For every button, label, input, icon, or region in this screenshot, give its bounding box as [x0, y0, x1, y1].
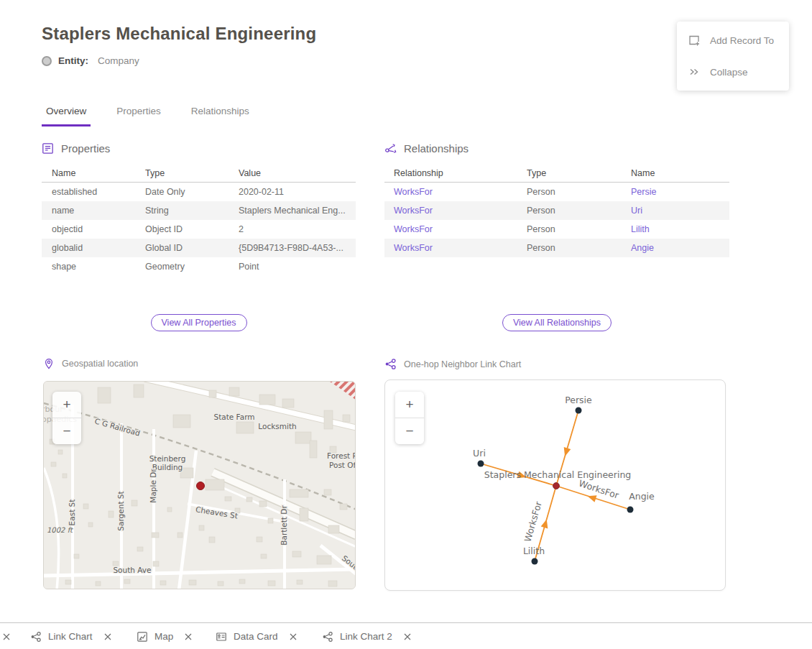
tab-label: Link Chart 2 [340, 631, 392, 642]
close-icon[interactable] [103, 632, 112, 641]
table-row[interactable]: shape Geometry Point [42, 257, 356, 276]
col-header: Name [52, 168, 145, 178]
tab-overview[interactable]: Overview [42, 103, 91, 126]
map-zoom-out-button[interactable]: − [52, 418, 81, 444]
cell-name: established [52, 187, 145, 197]
cell-type: Date Only [145, 187, 239, 197]
cell-name: shape [52, 262, 145, 272]
table-row[interactable]: WorksFor Person Persie [384, 183, 729, 201]
node-label: Uri [473, 448, 486, 459]
chart-zoom-out-button[interactable]: − [395, 418, 424, 444]
table-row[interactable]: WorksFor Person Lilith [384, 220, 729, 239]
cell-value: 2 [239, 224, 356, 234]
node-angie[interactable] [627, 507, 634, 513]
node-label: Angie [629, 491, 655, 502]
menu-item-add-record-to[interactable]: Add Record To [677, 24, 789, 56]
map-zoom-control: + − [52, 392, 81, 444]
center-node-label: Staplers Mechanical Engineering [484, 469, 632, 480]
menu-item-collapse[interactable]: Collapse [677, 56, 789, 88]
cell-value: {5D9B4713-F98D-4A53-... [239, 243, 356, 253]
tab-properties[interactable]: Properties [112, 103, 165, 126]
node-persie[interactable] [576, 408, 582, 414]
table-row[interactable]: WorksFor Person Uri [384, 201, 729, 220]
cell-value: Point [239, 262, 356, 272]
view-tab-map[interactable]: Map [137, 623, 193, 649]
link-chart-icon [322, 631, 333, 643]
cell-name: name [52, 206, 145, 216]
relationship-link[interactable]: WorksFor [394, 206, 527, 216]
double-chevron-right-icon [688, 65, 701, 78]
relationships-table: Relationship Type Name WorksFor Person P… [384, 164, 729, 257]
properties-title: Properties [61, 142, 110, 155]
entity-link[interactable]: Persie [631, 187, 729, 197]
geospatial-section-header: Geospatial location [43, 358, 138, 369]
node-uri[interactable] [478, 461, 484, 467]
entity-location-marker[interactable] [197, 482, 205, 490]
table-row[interactable]: name String Staplers Mechanical Eng... [42, 201, 356, 220]
node-label: Persie [565, 395, 592, 405]
entity-row: Entity: Company [42, 55, 139, 66]
entity-color-dot [42, 56, 52, 66]
table-row[interactable]: WorksFor Person Angie [384, 239, 729, 257]
close-icon[interactable] [289, 632, 297, 641]
map-label: Forest Par [327, 451, 356, 460]
cell-type: Person [527, 224, 631, 234]
table-row[interactable]: established Date Only 2020-02-11 [42, 183, 356, 201]
col-header: Relationship [394, 168, 527, 178]
view-tab-data-card[interactable]: Data Card [216, 623, 297, 649]
map-zoom-in-button[interactable]: + [52, 392, 81, 418]
detail-tabs: Overview Properties Relationships [42, 103, 254, 126]
relationship-link[interactable]: WorksFor [394, 243, 527, 253]
linkchart-section-header: One-hop Neighbor Link Chart [384, 358, 521, 370]
cell-type: Global ID [145, 243, 239, 253]
table-row[interactable]: globalid Global ID {5D9B4713-F98D-4A53-.… [42, 239, 356, 257]
geospatial-map[interactable]: State Farm Locksmith Steinberg Building … [43, 381, 356, 589]
link-chart-icon [30, 631, 42, 643]
close-icon[interactable] [184, 632, 193, 641]
relationship-link[interactable]: WorksFor [394, 224, 527, 234]
add-record-icon [688, 34, 701, 47]
relationships-panel: Relationships Relationship Type Name Wor… [384, 142, 729, 257]
cell-name: objectid [52, 224, 145, 234]
cell-type: Geometry [145, 262, 239, 272]
cell-value: Staplers Mechanical Eng... [239, 206, 356, 216]
entity-link[interactable]: Angie [631, 243, 729, 253]
geospatial-title: Geospatial location [62, 359, 138, 369]
close-icon[interactable] [403, 632, 412, 641]
map-label: Bartlett Dr [280, 505, 288, 546]
node-center[interactable] [553, 483, 560, 489]
map-label: Sargent St [116, 491, 125, 530]
map-label: State Farm [213, 413, 254, 421]
entity-type: Company [98, 55, 139, 66]
truncated-tab-close[interactable] [0, 623, 11, 649]
entity-label: Entity: [58, 55, 88, 66]
one-hop-link-chart[interactable]: WorksFor WorksFor Persie Uri Angie Lilit… [384, 379, 726, 591]
map-icon [137, 631, 148, 643]
view-all-properties-button[interactable]: View All Properties [151, 314, 247, 331]
view-tab-link-chart-2[interactable]: Link Chart 2 [322, 623, 412, 649]
relationships-table-header: Relationship Type Name [384, 164, 729, 183]
relationship-link[interactable]: WorksFor [394, 187, 527, 197]
entity-link[interactable]: Uri [631, 206, 729, 216]
relationships-title: Relationships [404, 142, 469, 155]
entity-link[interactable]: Lilith [631, 224, 729, 234]
col-header: Value [239, 168, 356, 178]
chart-zoom-control: + − [395, 392, 424, 444]
view-all-relationships-button[interactable]: View All Relationships [502, 314, 612, 331]
edge-arrow [541, 518, 550, 528]
view-tab-link-chart[interactable]: Link Chart [30, 623, 112, 649]
table-row[interactable]: objectid Object ID 2 [42, 220, 356, 239]
map-label: Post Offic [329, 461, 356, 469]
properties-panel: Properties Name Type Value established D… [42, 142, 356, 276]
edge-label: WorksFor [578, 478, 621, 501]
map-scale-label: 1002 ft [47, 526, 74, 534]
menu-item-label: Collapse [710, 67, 748, 78]
map-label: Maple Dr [149, 469, 157, 503]
link-chart-icon [384, 358, 397, 370]
node-lilith[interactable] [532, 558, 538, 565]
relationships-icon [384, 142, 397, 155]
chart-zoom-in-button[interactable]: + [395, 392, 424, 418]
close-icon[interactable] [2, 632, 11, 641]
tab-relationships[interactable]: Relationships [187, 103, 254, 126]
context-menu: Add Record To Collapse [677, 22, 789, 91]
